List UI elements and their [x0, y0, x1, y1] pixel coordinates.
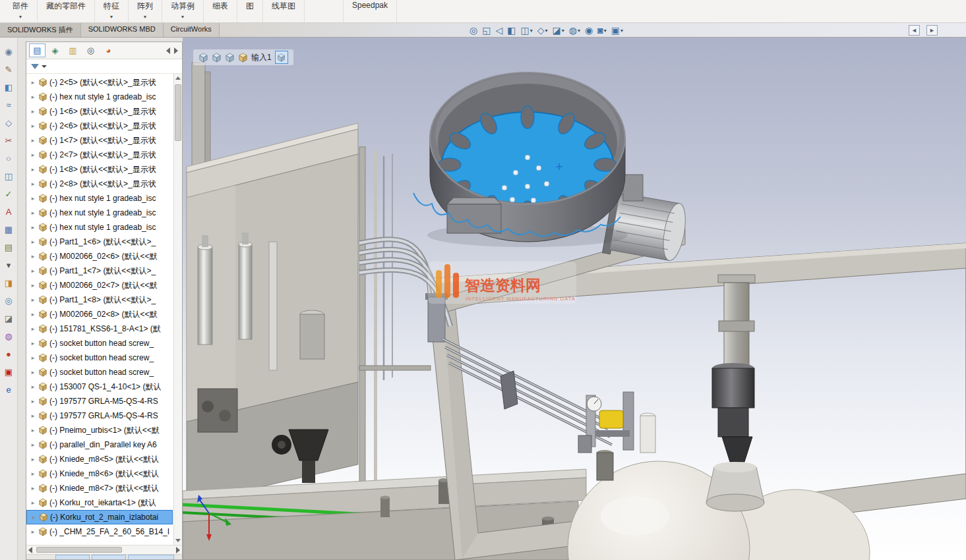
expand-arrow-icon[interactable]: ▸ — [30, 137, 36, 144]
expand-arrow-icon[interactable]: ▸ — [30, 354, 36, 361]
ribbon-group[interactable]: 细表 ▼ — [204, 0, 237, 22]
expand-arrow-icon[interactable]: ▸ — [30, 528, 36, 535]
document-tab-partial[interactable] — [128, 555, 174, 559]
breadcrumb-feature-label[interactable]: 输入1 — [251, 52, 272, 63]
tree-row[interactable]: ▸ (-) 1<7> (默认<<默认>_显示状 — [26, 133, 173, 148]
expand-arrow-icon[interactable]: ▸ — [30, 253, 36, 260]
selected-feature-tile[interactable] — [275, 51, 288, 64]
expand-arrow-icon[interactable]: ▸ — [30, 238, 36, 245]
tree-row[interactable]: ▸ (-) 197577 GRLA-M5-QS-4-RS — [26, 394, 173, 408]
tree-row[interactable]: ▸ (-) Kniede_m8<6> (默认<<默认 — [26, 466, 173, 481]
expand-arrow-icon[interactable]: ▸ — [30, 427, 36, 434]
edrawings-icon[interactable]: e — [2, 383, 15, 395]
expand-arrow-icon[interactable]: ▸ — [30, 267, 36, 274]
expand-arrow-icon[interactable]: ▸ — [30, 210, 36, 216]
insert-component-icon[interactable]: ◧ — [2, 81, 15, 93]
viewport-3d-scene[interactable]: 智造资料网 INTELLIGENT MANUFACTURING DATA — [183, 38, 966, 560]
trim-icon[interactable]: ✂ — [2, 134, 15, 146]
tree-row[interactable]: ▸ (-) 153007 QS-1_4-10<1> (默认 — [26, 379, 173, 394]
tree-row[interactable]: ▸ (-) 151781_KSS6-1_8-A<1> (默 — [26, 322, 173, 336]
tree-row[interactable]: ▸ (-) M002066_02<8> (默认<<默 — [26, 307, 173, 322]
previous-view-icon[interactable]: ◁ ▾ — [495, 26, 502, 35]
scrollbar-thumb[interactable] — [36, 547, 122, 553]
tree-row[interactable]: ▸ (-) socket button head screw_ — [26, 336, 173, 350]
expand-arrow-icon[interactable]: ▸ — [30, 499, 36, 506]
pane-next-button[interactable]: ► — [926, 25, 938, 36]
view-orientation-icon[interactable]: ◇ ▾ — [537, 26, 548, 35]
tree-row[interactable]: ▸ (-) 2<7> (默认<<默认>_显示状 — [26, 148, 173, 162]
edit-appearance-icon[interactable]: ◉ ▾ — [585, 26, 593, 35]
tree-vertical-scrollbar[interactable] — [173, 74, 182, 545]
dropdown-caret-icon[interactable]: ▼ — [109, 14, 114, 19]
expand-arrow-icon[interactable]: ▸ — [30, 166, 36, 173]
expand-arrow-icon[interactable]: ▸ — [30, 311, 36, 318]
panel-prev-icon[interactable] — [166, 47, 170, 54]
appearance-icon[interactable]: ● — [2, 348, 15, 360]
component-cube-icon[interactable] — [212, 53, 222, 63]
yellow-slider[interactable] — [599, 410, 623, 428]
apply-scene-icon[interactable]: ◙ ▾ — [597, 26, 606, 35]
configurationmanager-tab-icon[interactable]: ▥ — [65, 43, 81, 57]
tree-row[interactable]: ▸ (-) Part1_1<7> (默认<<默认>_ — [26, 264, 173, 278]
expand-arrow-icon[interactable]: ▸ — [30, 123, 36, 129]
tree-row[interactable]: ▸ (-) hex nut style 1 gradeab_isc — [26, 191, 173, 206]
ribbon-group[interactable]: 图 ▼ — [237, 0, 263, 22]
scroll-down-icon[interactable] — [174, 536, 182, 545]
dropdown-caret-icon[interactable]: ▼ — [143, 14, 148, 19]
tree-row[interactable]: ▸ (-) 2<6> (默认<<默认>_显示状 — [26, 119, 173, 133]
featuremanager-tab-icon[interactable]: ▤ — [29, 43, 45, 57]
dropdown-caret-icon[interactable]: ▾ — [620, 28, 623, 34]
addin-tab[interactable]: SOLIDWORKS 插件 — [0, 23, 81, 37]
tree-row[interactable]: ▸ (-) Kniede_m8<7> (默认<<默认 — [26, 481, 173, 495]
ribbon-group[interactable]: 特征 ▼ — [95, 0, 129, 22]
ribbon-group[interactable]: Speedpak ▼ — [343, 0, 397, 22]
mate-icon[interactable]: ◉ — [2, 45, 15, 57]
addin-tab[interactable]: SOLIDWORKS MBD — [81, 23, 164, 37]
ribbon-group[interactable]: 动算例 ▼ — [162, 0, 204, 22]
filter-icon[interactable] — [31, 64, 39, 69]
tree-row[interactable]: ▸ (-) socket button head screw_ — [26, 350, 173, 365]
pane-previous-button[interactable]: ◄ — [909, 25, 920, 36]
addin-tab[interactable]: CircuitWorks — [164, 23, 220, 37]
tree-row[interactable]: ▸ (-) hex nut style 1 gradeab_isc — [26, 206, 173, 220]
scrollbar-thumb[interactable] — [175, 84, 181, 141]
tree-horizontal-scrollbar[interactable] — [26, 545, 182, 554]
expand-arrow-icon[interactable]: ▸ — [30, 282, 36, 289]
dimension-icon[interactable]: ◇ — [2, 117, 15, 128]
tree-row[interactable]: ▸ (-) 2<8> (默认<<默认>_显示状 — [26, 177, 173, 191]
mirror-icon[interactable]: ◫ — [2, 170, 15, 182]
capping-bell[interactable] — [706, 462, 764, 511]
flyout-caret-icon[interactable]: ▾ — [2, 259, 15, 271]
scroll-left-icon[interactable] — [28, 547, 32, 553]
expand-arrow-icon[interactable]: ▸ — [30, 369, 36, 376]
pattern-icon[interactable]: ▦ — [2, 223, 15, 235]
filter-caret-icon[interactable] — [42, 65, 47, 68]
tree-row[interactable]: ▸ (-) Part1_1<8> (默认<<默认>_ — [26, 293, 173, 307]
tree-row[interactable]: ▸ (-) 1<6> (默认<<默认>_显示状 — [26, 104, 173, 119]
panel-next-icon[interactable] — [174, 47, 178, 54]
dropdown-caret-icon[interactable]: ▾ — [530, 28, 533, 34]
dropdown-caret-icon[interactable]: ▼ — [18, 14, 23, 19]
expand-arrow-icon[interactable]: ▸ — [30, 325, 36, 332]
expand-arrow-icon[interactable]: ▸ — [30, 79, 36, 86]
expand-arrow-icon[interactable]: ▸ — [30, 383, 36, 390]
tree-row[interactable]: ▸ (-) Kniede_m8<5> (默认<<默认 — [26, 452, 173, 466]
edit-part-icon[interactable]: ✎ — [2, 63, 15, 75]
expand-arrow-icon[interactable]: ▸ — [30, 152, 36, 158]
expand-arrow-icon[interactable]: ▸ — [30, 181, 36, 187]
ok-icon[interactable]: ✓ — [2, 188, 15, 200]
expand-arrow-icon[interactable]: ▸ — [30, 485, 36, 491]
dropdown-caret-icon[interactable]: ▾ — [545, 28, 548, 34]
component-cube-icon[interactable] — [198, 53, 208, 63]
tree-row[interactable]: ▸ (-) 2<5> (默认<<默认>_显示状 — [26, 75, 173, 90]
tree-row[interactable]: ▸ (-) Part1_1<6> (默认<<默认>_ — [26, 235, 173, 249]
document-tab-partial[interactable] — [92, 555, 126, 559]
tree-row[interactable]: ▸ (-) 1<8> (默认<<默认>_显示状 — [26, 162, 173, 177]
expand-arrow-icon[interactable]: ▸ — [30, 108, 36, 115]
expand-arrow-icon[interactable]: ▸ — [30, 441, 36, 448]
ribbon-group[interactable]: 藏的零部件 ▼ — [38, 0, 95, 22]
tree-row[interactable]: ▸ (-) _CHM_25_FA_2_60_56_B14_I — [26, 524, 173, 539]
toolbox-icon[interactable]: ◨ — [2, 277, 15, 289]
tree-row[interactable]: ▸ (-) socket button head screw_ — [26, 365, 173, 379]
tree-row[interactable]: ▸ (-) M002066_02<7> (默认<<默 — [26, 278, 173, 293]
